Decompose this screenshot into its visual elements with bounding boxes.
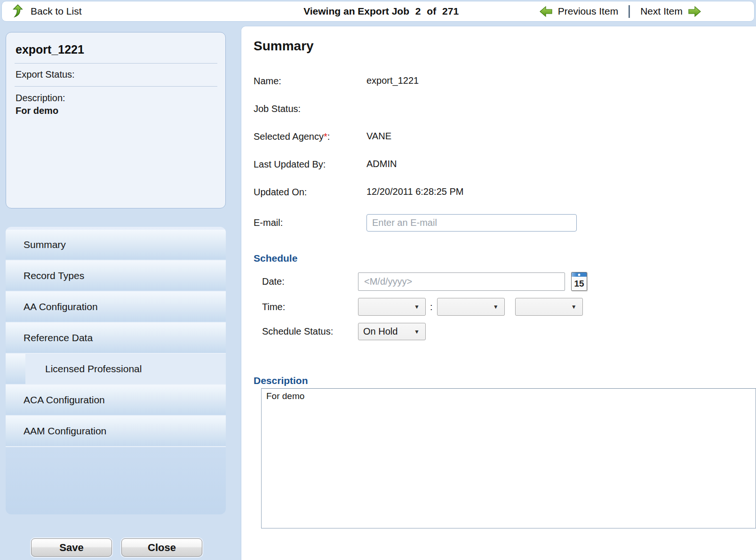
viewing-title: Viewing an Export Job 2 of 271 (303, 6, 462, 17)
viewing-current-index: 2 (415, 6, 421, 16)
time-hour-select[interactable]: ▼ (358, 298, 426, 316)
previous-item-button[interactable]: Previous Item (539, 6, 618, 17)
sidebar-item-reference-data[interactable]: Reference Data (6, 323, 226, 354)
schedule-status-select[interactable]: On Hold ▼ (358, 323, 426, 340)
date-row: Date: 15 (254, 272, 756, 291)
back-arrow-icon (12, 4, 26, 18)
calendar-icon-day: 15 (572, 277, 587, 290)
email-label: E-mail: (254, 217, 366, 228)
chevron-down-icon: ▼ (493, 304, 499, 310)
toolbar: Back to List Viewing an Export Job 2 of … (1, 1, 755, 22)
sidebar-description-label: Description: (15, 87, 217, 104)
description-heading: Description (254, 375, 756, 386)
chevron-down-icon: ▼ (571, 304, 577, 310)
time-label: Time: (254, 302, 358, 312)
field-value: ADMIN (366, 159, 397, 170)
next-item-label: Next Item (640, 6, 683, 17)
field-row-updated-on: Updated On:12/20/2011 6:28:25 PM (254, 186, 756, 198)
calendar-icon-header (572, 272, 587, 277)
schedule-status-value: On Hold (363, 326, 398, 337)
viewing-title-prefix: Viewing an Export Job (303, 6, 409, 16)
field-label: Selected Agency*: (254, 131, 366, 142)
export-status-label: Export Status: (15, 64, 217, 86)
sidebar: export_1221 Export Status: Description: … (6, 26, 226, 560)
time-minute-select[interactable]: ▼ (437, 298, 505, 316)
sidebar-item-record-types[interactable]: Record Types (6, 261, 226, 292)
sidebar-description-value: For demo (15, 104, 217, 116)
field-label: Job Status: (254, 104, 366, 114)
summary-fields: Name:export_1221Job Status:Selected Agen… (254, 75, 756, 198)
schedule-status-row: Schedule Status: On Hold ▼ (254, 323, 756, 340)
job-name-title: export_1221 (15, 41, 217, 63)
field-label: Name: (254, 76, 366, 87)
job-info-panel: export_1221 Export Status: Description: … (6, 32, 226, 208)
email-row: E-mail: (254, 214, 756, 232)
sidebar-subitem-label: Licensed Professional (25, 354, 226, 384)
back-to-list-button[interactable]: Back to List (12, 4, 82, 18)
action-buttons: Save Close (31, 538, 202, 557)
pager-divider (629, 5, 630, 18)
next-arrow-icon (687, 6, 701, 17)
field-row-name: Name:export_1221 (254, 75, 756, 87)
time-row: Time: ▼ : ▼ ▼ (254, 298, 756, 316)
chevron-down-icon: ▼ (414, 328, 420, 335)
back-to-list-label: Back to List (31, 6, 82, 17)
pager-controls: Previous Item Next Item (539, 1, 701, 21)
main-panel: Summary Name:export_1221Job Status:Selec… (241, 26, 756, 560)
close-button[interactable]: Close (121, 538, 202, 557)
field-value: export_1221 (366, 75, 419, 87)
required-asterisk: * (324, 131, 327, 142)
field-label: Last Updated By: (254, 159, 366, 170)
time-separator: : (430, 302, 433, 312)
viewing-of-label: of (427, 6, 436, 16)
next-item-button[interactable]: Next Item (640, 6, 701, 17)
viewing-total-count: 271 (442, 6, 459, 16)
field-value: VANE (366, 131, 391, 142)
schedule-status-label: Schedule Status: (254, 326, 358, 337)
field-value: 12/20/2011 6:28:25 PM (366, 186, 463, 198)
chevron-down-icon: ▼ (414, 304, 420, 310)
field-row-last-updated-by: Last Updated By:ADMIN (254, 159, 756, 170)
sidebar-item-aam-configuration[interactable]: AAM Configuration (6, 416, 226, 447)
field-row-job-status: Job Status: (254, 103, 756, 114)
sidebar-item-aa-configuration[interactable]: AA Configuration (6, 292, 226, 323)
schedule-heading: Schedule (254, 253, 756, 264)
sidebar-item-licensed-professional[interactable]: Licensed Professional (6, 354, 226, 385)
description-textarea[interactable]: For demo (261, 388, 756, 528)
date-label: Date: (254, 276, 358, 287)
previous-arrow-icon (539, 6, 553, 17)
summary-heading: Summary (254, 39, 756, 54)
sidebar-nav: SummaryRecord TypesAA ConfigurationRefer… (6, 227, 226, 514)
time-ampm-select[interactable]: ▼ (515, 298, 583, 316)
field-row-selected-agency: Selected Agency*:VANE (254, 131, 756, 142)
email-input[interactable] (366, 214, 577, 232)
calendar-icon[interactable]: 15 (571, 272, 587, 291)
sidebar-item-aca-configuration[interactable]: ACA Configuration (6, 385, 226, 416)
content-area: export_1221 Export Status: Description: … (0, 26, 756, 560)
sidebar-item-summary[interactable]: Summary (6, 230, 226, 261)
save-button[interactable]: Save (31, 538, 112, 557)
field-label: Updated On: (254, 187, 366, 198)
date-input[interactable] (358, 272, 565, 291)
previous-item-label: Previous Item (558, 6, 618, 17)
